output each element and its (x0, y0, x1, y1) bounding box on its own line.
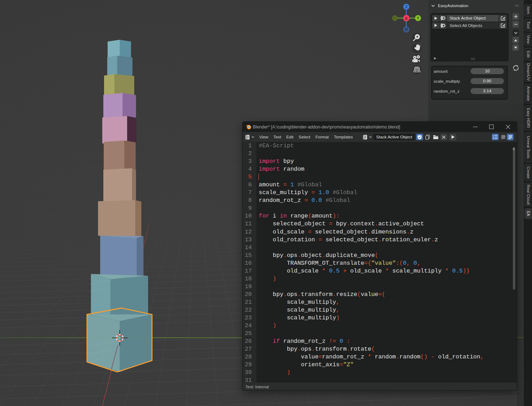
svg-text:2: 2 (493, 137, 494, 139)
svg-text:Z: Z (405, 5, 408, 9)
svg-text:Y: Y (417, 16, 419, 20)
svg-text:X: X (405, 16, 408, 21)
svg-text:1: 1 (493, 135, 494, 137)
